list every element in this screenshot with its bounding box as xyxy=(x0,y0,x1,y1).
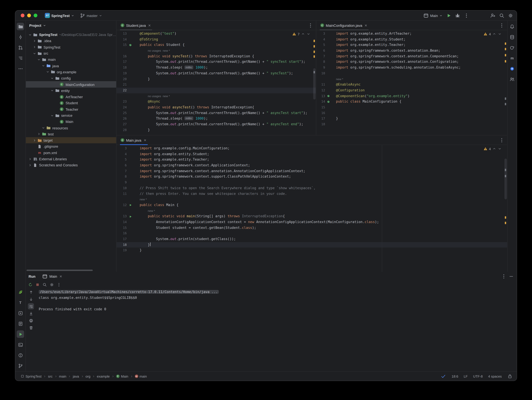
code-line[interactable]: 21 xyxy=(116,82,316,88)
tab-student-java[interactable]: C Student.java xyxy=(118,21,154,30)
more-actions-button[interactable] xyxy=(464,13,469,18)
scroll-to-end-button[interactable] xyxy=(28,310,34,316)
code-line[interactable]: 5import org.example.entity.Teacher; xyxy=(116,157,507,163)
scrollbar-thumb[interactable] xyxy=(313,68,316,99)
inlay-hint-row[interactable]: new * xyxy=(116,208,507,214)
gradle-tool-button[interactable] xyxy=(508,44,516,51)
inlay-hint-row[interactable]: new * xyxy=(116,197,507,202)
code-line[interactable]: 17 System.out.println(student.getClass()… xyxy=(116,236,507,242)
tree-item--gitignore[interactable]: .gitignore xyxy=(26,143,116,150)
code-line[interactable]: 11@EnableAsync xyxy=(316,82,507,88)
code-line[interactable]: 20 } xyxy=(116,76,316,82)
project-widget[interactable]: ST SpringTest xyxy=(45,13,74,18)
debug-button[interactable] xyxy=(455,13,460,18)
code-line[interactable]: 19 System.out.println(Thread.currentThre… xyxy=(116,71,316,76)
chevron-down-icon[interactable] xyxy=(46,70,50,74)
chevron-down-icon[interactable] xyxy=(50,89,54,92)
lock-icon[interactable] xyxy=(507,374,513,379)
prev-warning-icon[interactable] xyxy=(492,147,496,151)
more-options-button[interactable] xyxy=(56,281,62,288)
code-line[interactable]: 18 } xyxy=(116,242,507,248)
prev-warning-icon[interactable] xyxy=(301,32,305,36)
tree-item-resources[interactable]: resources xyxy=(26,125,116,131)
tree-item-src[interactable]: src xyxy=(26,50,116,57)
tree-item-external-libraries[interactable]: External Libraries xyxy=(26,156,116,162)
terminal-tool-button[interactable] xyxy=(17,341,24,348)
code-line[interactable]: 8import org.springframework.context.anno… xyxy=(316,59,507,65)
code-line[interactable]: 7import org.springframework.context.anno… xyxy=(116,168,507,174)
tab-options-icon[interactable] xyxy=(499,137,504,143)
tree-item-mainconfiguration[interactable]: CMainConfiguration xyxy=(26,81,116,88)
clear-all-button[interactable] xyxy=(28,325,34,331)
chevron-down-icon[interactable] xyxy=(50,114,54,117)
tree-item-test[interactable]: test xyxy=(26,131,116,137)
close-run-tab-icon[interactable] xyxy=(59,274,63,278)
tree-item-scratches-and-consoles[interactable]: Scratches and Consoles xyxy=(26,162,116,168)
tab-options-icon[interactable] xyxy=(308,23,313,28)
soft-wrap-button[interactable] xyxy=(28,303,34,309)
spring-tool-button[interactable] xyxy=(17,288,24,296)
code-line[interactable]: 22 xyxy=(116,88,316,93)
chevron-down-icon[interactable] xyxy=(41,64,45,68)
tab-main-java[interactable]: C Main.java xyxy=(118,135,150,145)
chevron-right-icon[interactable] xyxy=(32,45,37,49)
search-everywhere-button[interactable] xyxy=(499,13,504,18)
code-line[interactable]: 14 AnnotationConfigApplicationContext co… xyxy=(116,219,507,225)
prev-warning-icon[interactable] xyxy=(492,32,496,36)
next-warning-icon[interactable] xyxy=(306,32,310,36)
code-line[interactable]: 11// then press Enter. You can now see w… xyxy=(116,191,507,197)
tab-options-icon[interactable] xyxy=(499,23,504,28)
search-button[interactable] xyxy=(41,281,48,288)
chevron-right-icon[interactable] xyxy=(28,163,32,167)
breadcrumb-main[interactable]: main xyxy=(57,374,68,378)
breadcrumb-main[interactable]: mmain xyxy=(133,374,148,378)
code-with-me-button[interactable] xyxy=(490,13,496,18)
code-line[interactable]: 10// Press Shift twice to open the Searc… xyxy=(116,185,507,191)
code-line[interactable]: 25 System.out.println(Thread.currentThre… xyxy=(116,110,316,116)
run-gutter-icon[interactable] xyxy=(127,214,134,219)
print-button[interactable] xyxy=(28,317,34,323)
code-line[interactable]: 15 xyxy=(316,104,507,110)
code-line[interactable]: 27 System.out.println(Thread.currentThre… xyxy=(116,122,316,127)
maven-tool-button[interactable]: m xyxy=(508,54,516,62)
code-line[interactable]: 26 Thread.sleep( millis: 1000); xyxy=(116,116,316,122)
code-line[interactable]: 19} xyxy=(116,248,507,253)
indent-setting[interactable]: 4 spaces xyxy=(488,374,502,378)
version-control-tool-button[interactable] xyxy=(17,362,24,369)
ai-assistant-tool-button[interactable] xyxy=(508,65,516,72)
run-tool-button[interactable] xyxy=(17,330,24,338)
minimize-window-button[interactable] xyxy=(27,13,31,17)
inlay-hint-row[interactable]: no usages new * xyxy=(116,48,316,54)
tree-item-springtest[interactable]: SpringTest~/Desktop/CS/JavaEE/2 Java Spr… xyxy=(26,32,116,38)
code-line[interactable]: 18 xyxy=(316,122,507,127)
code-line[interactable]: 4import org.example.entity.Student; xyxy=(316,37,507,42)
breadcrumb-org[interactable]: org xyxy=(84,374,92,378)
next-warning-icon[interactable] xyxy=(498,147,502,151)
tree-item-teacher[interactable]: CTeacher xyxy=(26,106,116,112)
rerun-button[interactable] xyxy=(27,281,33,288)
tree-item-service[interactable]: service xyxy=(26,112,116,119)
code-line[interactable]: 16 xyxy=(116,231,507,236)
code-line[interactable]: 13 public static void main(String[] args… xyxy=(116,214,507,219)
code-line[interactable]: 17 System.out.println(Thread.currentThre… xyxy=(116,59,316,65)
tree-item-target[interactable]: target xyxy=(26,137,116,143)
services-tool-button[interactable] xyxy=(17,309,24,317)
inspections-widget[interactable]: 4 xyxy=(483,32,502,36)
tree-item-student[interactable]: CStudent xyxy=(26,100,116,106)
code-line[interactable]: 4import org.example.entity.Student; xyxy=(116,151,507,157)
console-output[interactable]: /Users/eve/Library/Java/JavaVirtualMachi… xyxy=(36,288,517,372)
run-options-icon[interactable] xyxy=(501,274,507,279)
next-warning-icon[interactable] xyxy=(498,32,502,36)
run-config-selector[interactable]: Main xyxy=(423,13,443,18)
inlay-hint-row[interactable]: no usages new * xyxy=(116,93,316,99)
inlay-hint-row[interactable]: new * xyxy=(316,76,507,82)
database-tool-button[interactable] xyxy=(508,33,516,41)
tree-item-springtest[interactable]: SpringTest xyxy=(26,44,116,50)
tree-item-java[interactable]: java xyxy=(26,63,116,69)
close-window-button[interactable] xyxy=(21,13,25,17)
chevron-down-icon[interactable] xyxy=(28,33,32,37)
zoom-window-button[interactable] xyxy=(34,13,37,17)
horizontal-scrollbar[interactable] xyxy=(26,270,93,271)
inspections-widget[interactable]: 4 xyxy=(483,147,502,151)
breadcrumb-java[interactable]: java xyxy=(71,374,81,378)
